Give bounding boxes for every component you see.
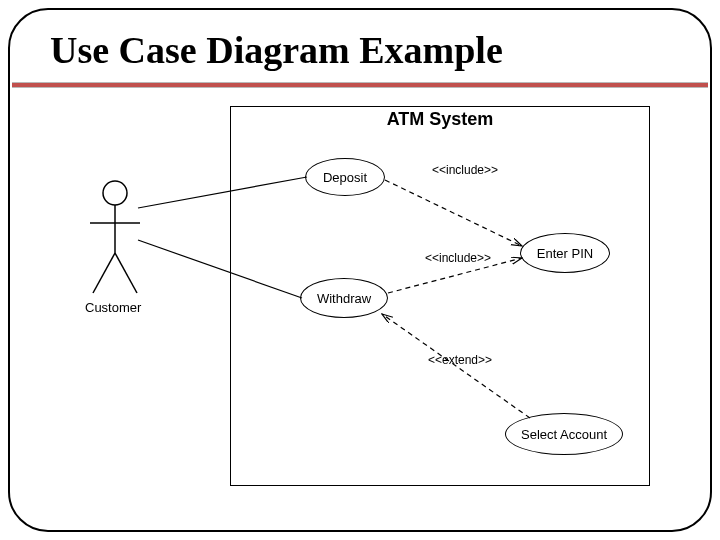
extend-label-1: <<extend>>	[428, 353, 492, 367]
svg-line-3	[93, 253, 115, 293]
actor-icon	[85, 178, 145, 298]
slide-title: Use Case Diagram Example	[10, 10, 710, 76]
usecase-deposit: Deposit	[305, 158, 385, 196]
usecase-withdraw: Withdraw	[300, 278, 388, 318]
include-label-1: <<include>>	[432, 163, 498, 177]
usecase-label: Select Account	[521, 427, 607, 442]
system-title: ATM System	[231, 109, 649, 130]
slide-frame: Use Case Diagram Example Customer ATM Sy…	[8, 8, 712, 532]
usecase-label: Withdraw	[317, 291, 371, 306]
usecase-select-account: Select Account	[505, 413, 623, 455]
usecase-enter-pin: Enter PIN	[520, 233, 610, 273]
usecase-label: Enter PIN	[537, 246, 593, 261]
actor-label: Customer	[85, 300, 141, 315]
diagram-area: Customer ATM System Deposit Withdraw Ent…	[10, 88, 710, 518]
usecase-label: Deposit	[323, 170, 367, 185]
svg-line-4	[115, 253, 137, 293]
include-label-2: <<include>>	[425, 251, 491, 265]
svg-point-0	[103, 181, 127, 205]
